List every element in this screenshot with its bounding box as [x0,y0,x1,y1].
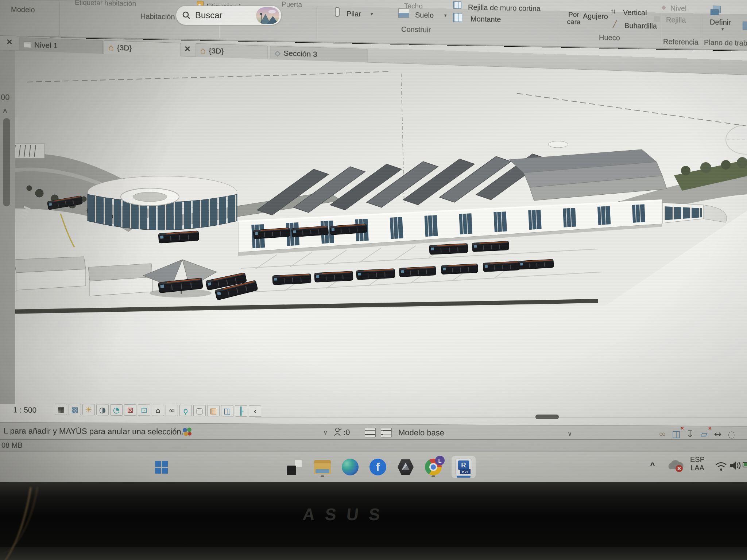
temporary-hide-isolate-icon[interactable]: ∞ [166,405,178,416]
etiquetar-habitacion-button[interactable]: Etiquetar habitación [75,0,136,8]
volume-icon[interactable] [729,460,743,471]
worksets-icon[interactable] [334,428,341,436]
temporary-view-properties-icon[interactable]: ▢ [193,405,206,416]
lang-line-1: ESP [690,455,705,464]
edge-icon[interactable] [340,456,360,478]
weather-widget[interactable] [256,7,279,24]
dropdown-caret[interactable]: ▾ [444,12,447,18]
puerta-button[interactable]: Puerta [282,0,302,9]
collaboration-icon[interactable] [182,427,193,437]
floor-plan-icon [24,41,31,48]
laptop-brand-logo: ASUS [302,505,391,524]
drawing-area[interactable] [0,50,747,451]
palette-scrollbar[interactable] [3,118,10,206]
flat-roofs-right [509,141,667,201]
view-control-icons: ▦▩☀◑◔⊠⊡⌂∞ϙ▢▥◫╟‹ [55,404,263,417]
home-icon: ⌂ [200,45,206,55]
snip-app-icon[interactable] [285,456,305,478]
close-view-icon[interactable]: × [7,37,12,47]
model-3d-view[interactable] [0,50,747,451]
reveal-constraints-icon[interactable]: ╟ [235,405,247,417]
section-icon: ◇ [275,48,280,58]
chevron-down-icon[interactable]: ∨ [568,430,572,438]
panel-label-hueco: Hueco [599,34,620,42]
suelo-button[interactable]: Suelo [415,11,434,20]
pilar-button[interactable]: Pilar [347,9,361,18]
revit-icon[interactable]: R RVT [452,456,476,478]
expand-view-bar-icon[interactable]: ‹ [249,405,261,417]
tab-nivel-1[interactable]: Nivel 1 [19,38,103,54]
onedrive-error-icon[interactable] [667,459,684,474]
selection-filter-icon[interactable]: ◌ [725,428,738,440]
revit-letter: R [461,461,466,469]
definir-button[interactable]: Definir [710,18,731,27]
rejilla-muro-cortina-button[interactable]: Rejilla de muro cortina [468,3,541,13]
pilar-icon [335,7,340,17]
clipped-ribbon-icon [743,22,747,30]
search-box[interactable]: Buscar [176,5,282,25]
chevron-down-icon[interactable]: ∨ [323,429,328,436]
palette-cut-text: 00 [1,93,9,102]
tab-label: {3D} [117,43,132,52]
active-design-option-icon[interactable] [381,428,392,437]
workset-count: :0 [344,428,350,437]
tab-label: {3D} [209,46,224,55]
tab-3d-active[interactable]: ⌂ {3D} [104,40,181,56]
shadows-icon[interactable]: ◑ [96,404,109,415]
buhardilla-button[interactable]: Buhardilla [624,22,657,31]
hexagon-app-icon[interactable] [395,456,416,478]
palette-edge: 00 ^ [0,50,15,404]
memory-bar: 08 MB [0,439,747,451]
chrome-profile-badge: L [438,458,441,464]
h-scroll-thumb[interactable] [535,415,559,419]
tray-chevron-up-icon[interactable]: ^ [650,460,655,471]
lang-line-2: LAA [690,464,705,472]
glass-drum [88,176,237,230]
tab-3d-second[interactable]: ⌂ {3D} [196,43,268,59]
crop-view-icon[interactable]: ⊠ [124,404,136,416]
por-cara-button[interactable]: Por cara [562,11,586,26]
close-view-icon[interactable]: × [185,44,190,54]
reveal-hidden-elements-icon[interactable]: ϙ [179,405,192,416]
search-placeholder: Buscar [195,10,222,20]
curtain-grid-icon [453,1,461,9]
panel-label-plano-trabajo: Plano de trab [704,38,747,47]
rendering-dialog-icon[interactable]: ◔ [110,404,123,416]
select-by-face-icon[interactable]: ▱× [697,428,711,440]
panel-label-modelo: Modelo [11,5,35,14]
revit-tag: RVT [462,470,469,474]
language-indicator[interactable]: ESP LAA [690,455,705,472]
battery-icon[interactable] [743,462,747,467]
drag-on-selection-icon[interactable]: ↔ [711,428,724,440]
crop-region-visibility-icon[interactable]: ⊡ [138,404,150,416]
montante-button[interactable]: Montante [471,15,501,24]
file-explorer-icon[interactable] [312,456,333,478]
vertical-button[interactable]: Vertical [623,8,647,17]
facebook-icon[interactable]: f [368,456,388,478]
wifi-icon[interactable] [714,460,728,471]
panel-label-construir: Construir [401,25,431,34]
select-underlay-icon[interactable]: ◫× [670,428,683,440]
laptop-bezel: ASUS [0,482,747,560]
detail-level-icon[interactable]: ▦ [55,404,67,415]
sun-path-icon[interactable]: ☀ [82,404,95,415]
select-links-icon[interactable]: ∞ [656,427,669,440]
design-option-select[interactable]: Modelo base [398,428,444,438]
memory-usage: 08 MB [1,441,23,450]
view-scale[interactable]: 1 : 500 [13,405,36,415]
design-options-icon[interactable] [365,428,376,437]
unlocked-3d-view-icon[interactable]: ⌂ [152,405,164,416]
displacement-sets-icon[interactable]: ▥ [207,405,220,416]
dropdown-caret[interactable]: ▾ [721,26,724,32]
chrome-icon[interactable]: L [423,456,444,478]
palette-scroll-up[interactable]: ^ [3,108,7,116]
nivel-button[interactable]: Nivel [670,4,686,13]
search-icon [182,11,191,20]
analytical-model-icon[interactable]: ◫ [221,405,233,416]
select-pinned-icon[interactable]: ↧ [684,428,697,440]
visual-style-icon[interactable]: ▩ [69,404,81,415]
start-button[interactable] [151,456,171,478]
dropdown-caret[interactable]: ▾ [371,11,373,17]
rejilla-button[interactable]: Rejilla [666,16,686,24]
agujero-button[interactable]: Agujero [583,12,608,21]
